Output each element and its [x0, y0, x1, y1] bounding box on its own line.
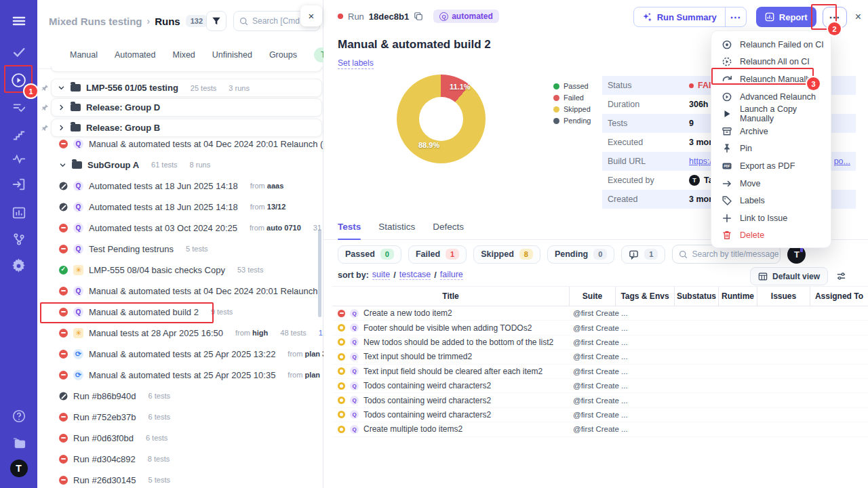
mixed-run-icon: ✳	[73, 328, 83, 338]
sort-link-testcase[interactable]: testcase	[399, 270, 431, 280]
default-view-button[interactable]: Default view	[750, 267, 828, 285]
sidebar-item-steps-icon[interactable]	[0, 125, 37, 146]
sidebar-item-list-check-icon[interactable]	[0, 98, 37, 118]
run-list-item[interactable]: QManual & automated tests at 04 Dec 2024…	[37, 134, 323, 153]
runs-tab-groups[interactable]: Groups	[269, 50, 297, 60]
run-subgroup-row[interactable]: SubGroup A61 tests8 runs	[37, 155, 323, 174]
menu-item-export-as-pdf[interactable]: PDFExport as PDF	[711, 157, 831, 175]
filter-pill-skipped[interactable]: Skipped8	[473, 245, 540, 264]
run-group-row[interactable]: LMP-556 01/05 testing25 tests3 runs	[37, 79, 323, 98]
test-row[interactable]: QText input field should be cleared afte…	[332, 365, 868, 379]
filter-button[interactable]	[206, 11, 226, 31]
test-row[interactable]: QTodos containing weird characters2@firs…	[332, 408, 868, 422]
tab-statistics[interactable]: Statistics	[378, 222, 415, 239]
run-list-item[interactable]: ✳Manual tests at 28 Apr 2025 16:50from h…	[37, 323, 323, 342]
filter-pill-pending[interactable]: Pending0	[547, 245, 614, 264]
tab-tests[interactable]: Tests	[338, 222, 361, 239]
run-from: from plan	[288, 371, 320, 379]
test-row[interactable]: QNew todos should be added to the bottom…	[332, 336, 868, 350]
run-summary-split-button: Run Summary ⋯	[633, 7, 747, 27]
menu-item-move[interactable]: Move	[711, 175, 831, 192]
menu-item-pin[interactable]: Pin	[711, 140, 831, 158]
run-list-item[interactable]: QManual & automated tests at 04 Dec 2024…	[37, 281, 323, 300]
help-icon	[12, 409, 26, 424]
sidebar-item-gear-icon[interactable]	[0, 256, 37, 276]
run-group-card[interactable]: Release: Group D	[51, 98, 322, 117]
column-header-issues[interactable]: Issues	[757, 287, 810, 306]
adjustments-icon[interactable]	[836, 271, 846, 281]
column-header-assigned-to[interactable]: Assigned To	[810, 287, 868, 306]
runs-tab-unfinished[interactable]: Unfinished	[212, 50, 252, 60]
run-summary-button[interactable]: Run Summary	[634, 7, 726, 27]
run-defects-count[interactable]: 1 defects	[319, 329, 323, 337]
test-row[interactable]: QCreate a new todo item2@first Create ..…	[332, 306, 868, 321]
run-list-item[interactable]: Run #d304c8928 tests	[37, 449, 323, 468]
sidebar-item-branch-icon[interactable]	[0, 229, 37, 249]
sidebar-item-logo-t[interactable]: T	[0, 458, 37, 479]
sidebar-item-help-icon[interactable]	[0, 406, 37, 426]
run-list-item[interactable]: Run #752eb37b6 tests	[37, 407, 323, 426]
test-row[interactable]: QCreate multiple todo items2@first Creat…	[332, 422, 868, 436]
column-header-title[interactable]: Title	[332, 287, 570, 306]
menu-item-launch-a-copy-manually[interactable]: Launch a Copy Manually	[711, 105, 831, 123]
column-header-suite[interactable]: Suite	[570, 287, 616, 306]
menu-item-link-to-issue[interactable]: Link to Issue	[711, 209, 831, 227]
close-runs-panel-button[interactable]: ×	[300, 5, 322, 26]
build-url-link-tail[interactable]: po...	[834, 157, 850, 166]
runs-tab-manual[interactable]: Manual	[70, 50, 98, 60]
column-header-substatus[interactable]: Substatus	[675, 287, 719, 306]
sidebar-item-folders-icon[interactable]	[0, 432, 37, 453]
menu-item-delete[interactable]: Delete	[711, 227, 831, 245]
comments-filter[interactable]: 1	[621, 245, 665, 264]
sidebar-item-bar-chart-icon[interactable]	[0, 203, 37, 223]
sort-link-suite[interactable]: suite	[372, 270, 390, 280]
sidebar-item-enter-icon[interactable]	[0, 174, 37, 195]
runs-tab-mixed[interactable]: Mixed	[172, 50, 195, 60]
test-suite-cell: @first Create ...	[570, 411, 616, 419]
breadcrumb-project[interactable]: Mixed Runs testing	[49, 16, 142, 27]
failed-status-icon	[59, 329, 68, 338]
run-list-item[interactable]: ✳LMP-555 08/04 basic checks Copy53 tests	[37, 260, 323, 279]
menu-item-relaunch-failed-on-ci[interactable]: Relaunch Failed on CI	[711, 36, 831, 54]
folder-icon	[71, 104, 81, 111]
filter-pill-passed[interactable]: Passed0	[338, 245, 401, 264]
comment-bubble-icon	[629, 249, 639, 260]
subgroup-tests-count: 61 tests	[151, 161, 178, 169]
copy-icon[interactable]	[414, 12, 423, 21]
sort-link-failure[interactable]: failure	[440, 270, 463, 280]
runs-tab-today[interactable]: Today	[314, 47, 323, 62]
chevron-down-icon	[59, 161, 66, 169]
run-list-item[interactable]: QAutomated tests at 18 Jun 2025 14:18fro…	[37, 176, 323, 195]
test-row[interactable]: QTodos containing weird characters2@firs…	[332, 379, 868, 393]
menu-item-archive[interactable]: Archive	[711, 123, 831, 140]
run-row-inner: QAutomated tests at 03 Oct 2024 20:25fro…	[59, 218, 323, 237]
menu-item-labels[interactable]: Labels	[711, 192, 831, 209]
tab-defects[interactable]: Defects	[433, 222, 464, 239]
set-labels-link[interactable]: Set labels	[338, 58, 374, 69]
test-row[interactable]: QFooter should be visible when adding TO…	[332, 321, 868, 335]
run-list-item[interactable]: QTest Pending testruns5 tests	[37, 239, 323, 258]
run-list-item[interactable]: Run #26d301455 tests	[37, 470, 323, 488]
run-list-item[interactable]: Run #b86b940d6 tests	[37, 386, 323, 405]
report-button[interactable]: Report	[756, 7, 816, 27]
run-summary-more-button[interactable]: ⋯	[726, 11, 746, 24]
column-header-runtime[interactable]: Runtime	[719, 287, 757, 306]
run-list-item[interactable]: Run #0d63f0bd6 tests	[37, 428, 323, 447]
runs-tab-automated[interactable]: Automated	[115, 50, 155, 60]
run-list-item[interactable]: ⟳Manual & automated tests at 25 Apr 2025…	[37, 344, 323, 363]
sidebar-item-activity-icon[interactable]	[0, 148, 37, 169]
test-row[interactable]: QTodos containing weird characters2@firs…	[332, 393, 868, 407]
run-list-item[interactable]: ⟳Manual & automated tests at 25 Apr 2025…	[37, 365, 323, 384]
column-header-tags-envs[interactable]: Tags & Envs	[616, 287, 675, 306]
menu-item-advanced-relaunch[interactable]: Advanced Relaunch	[711, 88, 831, 106]
run-list-item[interactable]: QAutomated tests at 18 Jun 2025 14:18fro…	[37, 197, 323, 216]
run-group-card[interactable]: LMP-556 01/05 testing25 tests3 runs	[51, 79, 322, 97]
filter-pill-failed[interactable]: Failed1	[408, 245, 467, 264]
close-run-detail-button[interactable]: ×	[855, 11, 861, 23]
run-group-row[interactable]: Release: Group D	[37, 98, 323, 117]
test-row[interactable]: QText input should be trimmed2@first Cre…	[332, 350, 868, 364]
run-list-item[interactable]: QAutomated tests at 03 Oct 2024 20:25fro…	[37, 218, 323, 237]
sidebar-item-check-icon[interactable]	[0, 42, 37, 62]
legend-dot	[553, 106, 559, 113]
sidebar-item-menu-icon[interactable]	[0, 11, 37, 31]
